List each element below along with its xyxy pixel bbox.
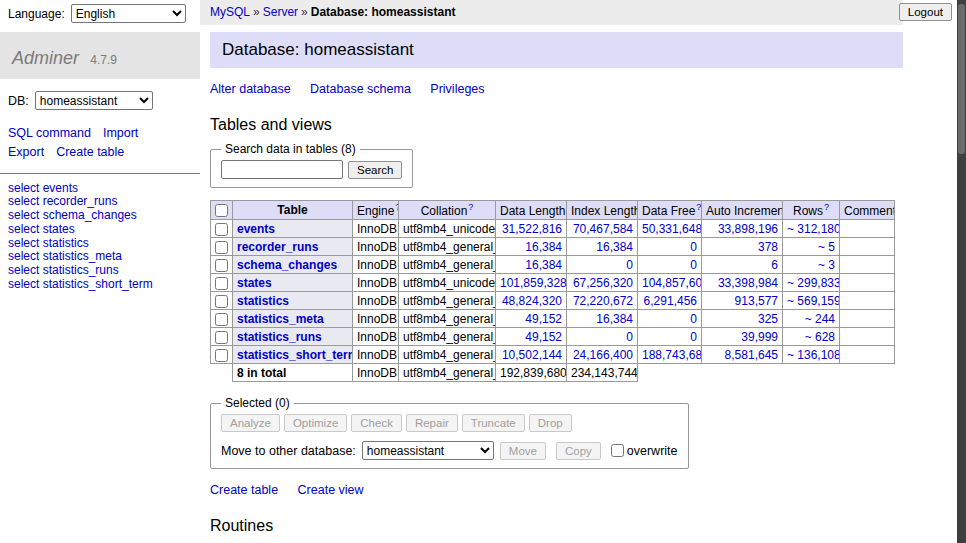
- rows-link[interactable]: ~ 5: [818, 240, 835, 254]
- create-view-link[interactable]: Create view: [298, 483, 364, 497]
- data-length-link[interactable]: 101,859,328: [500, 276, 567, 290]
- create-table-link[interactable]: Create table: [210, 483, 278, 497]
- data-free-link[interactable]: 0: [690, 240, 697, 254]
- index-length-link[interactable]: 0: [626, 258, 633, 272]
- import-link[interactable]: Import: [103, 126, 138, 140]
- index-length-link[interactable]: 70,467,584: [573, 222, 633, 236]
- check-button[interactable]: Check: [351, 414, 402, 432]
- rows-link[interactable]: ~ 136,108: [787, 348, 840, 362]
- search-button[interactable]: Search: [348, 161, 402, 179]
- row-checkbox-statistics_meta[interactable]: [215, 313, 228, 326]
- rows-link[interactable]: ~ 244: [805, 312, 835, 326]
- database-schema-link[interactable]: Database schema: [310, 82, 411, 96]
- logout-button[interactable]: Logout: [899, 3, 952, 21]
- auto-increment-link[interactable]: 378: [758, 240, 778, 254]
- auto-increment-link[interactable]: 325: [758, 312, 778, 326]
- help-icon[interactable]: ?: [468, 202, 473, 212]
- row-checkbox-events[interactable]: [215, 223, 228, 236]
- sidebar-link-select-recorder_runs[interactable]: select recorder_runs: [8, 195, 200, 208]
- data-length-link[interactable]: 10,502,144: [502, 348, 562, 362]
- truncate-button[interactable]: Truncate: [462, 414, 525, 432]
- auto-increment-link[interactable]: 8,581,645: [725, 348, 778, 362]
- data-length-link[interactable]: 16,384: [525, 258, 562, 272]
- table-name-link-statistics_short_term[interactable]: statistics_short_term: [237, 348, 353, 362]
- search-input[interactable]: [221, 160, 343, 179]
- table-name-link-schema_changes[interactable]: schema_changes: [237, 258, 337, 272]
- rows-link[interactable]: ~ 569,159: [787, 294, 840, 308]
- data-free-link[interactable]: 6,291,456: [644, 294, 697, 308]
- table-name-link-statistics_meta[interactable]: statistics_meta: [237, 312, 324, 326]
- help-icon[interactable]: ?: [696, 202, 701, 212]
- rows-link[interactable]: ~ 312,180: [787, 222, 840, 236]
- auto-increment-link[interactable]: 6: [771, 258, 778, 272]
- data-free-link[interactable]: 0: [690, 312, 697, 326]
- auto-increment-link[interactable]: 39,999: [741, 330, 778, 344]
- sidebar-link-select-statistics_runs[interactable]: select statistics_runs: [8, 264, 200, 277]
- data-length-link[interactable]: 48,824,320: [502, 294, 562, 308]
- row-checkbox-statistics_short_term[interactable]: [215, 349, 228, 362]
- move-database-select[interactable]: homeassistant: [362, 441, 494, 460]
- data-free-link[interactable]: 0: [690, 330, 697, 344]
- analyze-button[interactable]: Analyze: [221, 414, 280, 432]
- table-name-link-states[interactable]: states: [237, 276, 272, 290]
- index-length-link[interactable]: 67,256,320: [573, 276, 633, 290]
- move-button[interactable]: Move: [500, 442, 546, 460]
- data-length-link[interactable]: 31,522,816: [502, 222, 562, 236]
- language-select[interactable]: English: [71, 4, 186, 23]
- optimize-button[interactable]: Optimize: [284, 414, 347, 432]
- copy-button[interactable]: Copy: [556, 442, 601, 460]
- index-length-link[interactable]: 0: [626, 330, 633, 344]
- repair-button[interactable]: Repair: [406, 414, 458, 432]
- alter-database-link[interactable]: Alter database: [210, 82, 291, 96]
- row-checkbox-statistics[interactable]: [215, 295, 228, 308]
- table-name-link-recorder_runs[interactable]: recorder_runs: [237, 240, 318, 254]
- scrollbar-thumb[interactable]: [958, 4, 965, 154]
- row-checkbox-states[interactable]: [215, 277, 228, 290]
- data-free-link[interactable]: 188,743,680: [642, 348, 702, 362]
- data-free-link[interactable]: 50,331,648: [642, 222, 702, 236]
- sidebar-link-select-statistics[interactable]: select statistics: [8, 237, 200, 250]
- sidebar-link-select-statistics_short_term[interactable]: select statistics_short_term: [8, 278, 200, 291]
- select-all-checkbox[interactable]: [215, 204, 228, 217]
- create-table-sidebar-link[interactable]: Create table: [56, 145, 124, 159]
- breadcrumb-server-link[interactable]: Server: [263, 5, 298, 19]
- rows-link[interactable]: ~ 3: [818, 258, 835, 272]
- breadcrumb-mysql-link[interactable]: MySQL: [210, 5, 250, 19]
- sidebar-link-select-schema_changes[interactable]: select schema_changes: [8, 209, 200, 222]
- row-checkbox-schema_changes[interactable]: [215, 259, 228, 272]
- sidebar-link-select-states[interactable]: select states: [8, 223, 200, 236]
- rows-link[interactable]: ~ 299,833: [787, 276, 840, 290]
- export-link[interactable]: Export: [8, 145, 44, 159]
- index-length-link[interactable]: 16,384: [596, 240, 633, 254]
- help-icon[interactable]: ?: [824, 202, 829, 212]
- sidebar-link-select-statistics_meta[interactable]: select statistics_meta: [8, 250, 200, 263]
- index-length-link[interactable]: 24,166,400: [573, 348, 633, 362]
- privileges-link[interactable]: Privileges: [430, 82, 484, 96]
- auto-increment-link[interactable]: 913,577: [735, 294, 778, 308]
- totals-index-length: 234,143,744: [567, 364, 638, 382]
- overwrite-checkbox[interactable]: [611, 444, 624, 457]
- data-free-link[interactable]: 0: [690, 258, 697, 272]
- index-length-link[interactable]: 16,384: [596, 312, 633, 326]
- drop-button[interactable]: Drop: [529, 414, 572, 432]
- index-length-link[interactable]: 72,220,672: [573, 294, 633, 308]
- app-name-link[interactable]: Adminer: [12, 48, 79, 68]
- auto-increment-link[interactable]: 33,898,196: [718, 222, 778, 236]
- sidebar-link-select-events[interactable]: select events: [8, 182, 200, 195]
- collation-cell: utf8mb4_general_ci: [399, 256, 496, 274]
- data-length-link[interactable]: 16,384: [525, 240, 562, 254]
- engine-cell: InnoDB: [353, 292, 399, 310]
- table-name-link-events[interactable]: events: [237, 222, 275, 236]
- rows-link[interactable]: ~ 628: [805, 330, 835, 344]
- auto-increment-link[interactable]: 33,398,984: [718, 276, 778, 290]
- scrollbar[interactable]: [957, 0, 966, 543]
- table-name-link-statistics_runs[interactable]: statistics_runs: [237, 330, 322, 344]
- data-free-link[interactable]: 104,857,600: [642, 276, 702, 290]
- sql-command-link[interactable]: SQL command: [8, 126, 91, 140]
- row-checkbox-statistics_runs[interactable]: [215, 331, 228, 344]
- db-select[interactable]: homeassistant: [35, 91, 153, 110]
- row-checkbox-recorder_runs[interactable]: [215, 241, 228, 254]
- table-name-link-statistics[interactable]: statistics: [237, 294, 289, 308]
- data-length-link[interactable]: 49,152: [525, 312, 562, 326]
- data-length-link[interactable]: 49,152: [525, 330, 562, 344]
